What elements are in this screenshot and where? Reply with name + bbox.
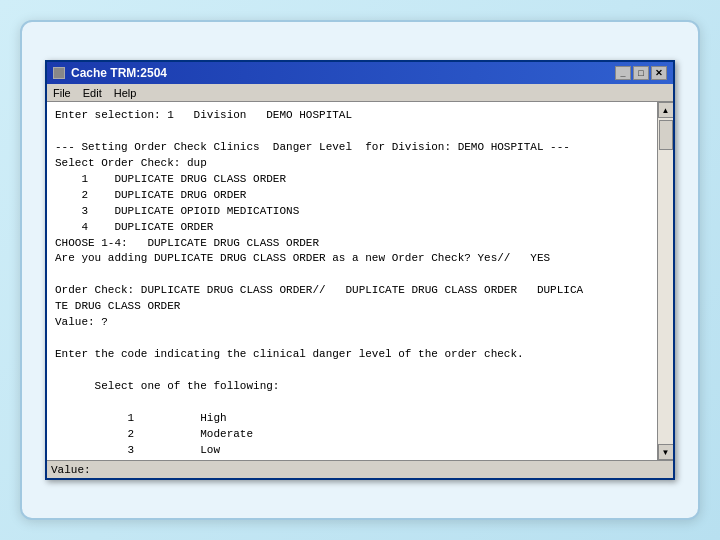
minimize-button[interactable]: _ — [615, 66, 631, 80]
menu-help[interactable]: Help — [114, 87, 137, 99]
status-text: Value: — [51, 464, 91, 476]
close-button[interactable]: ✕ — [651, 66, 667, 80]
title-buttons: _ □ ✕ — [615, 66, 667, 80]
menu-edit[interactable]: Edit — [83, 87, 102, 99]
terminal-area: Enter selection: 1 Division DEMO HOSPITA… — [47, 102, 673, 460]
window-icon — [53, 67, 65, 79]
menu-bar: File Edit Help — [47, 84, 673, 102]
maximize-button[interactable]: □ — [633, 66, 649, 80]
window: Cache TRM:2504 _ □ ✕ File Edit Help Ente… — [45, 60, 675, 480]
scroll-track — [658, 118, 673, 444]
menu-file[interactable]: File — [53, 87, 71, 99]
scroll-up-button[interactable]: ▲ — [658, 102, 674, 118]
scroll-thumb[interactable] — [659, 120, 673, 150]
status-bar: Value: — [47, 460, 673, 478]
terminal-content[interactable]: Enter selection: 1 Division DEMO HOSPITA… — [47, 102, 657, 460]
title-bar-left: Cache TRM:2504 — [53, 66, 167, 80]
scroll-down-button[interactable]: ▼ — [658, 444, 674, 460]
title-bar: Cache TRM:2504 _ □ ✕ — [47, 62, 673, 84]
window-title: Cache TRM:2504 — [71, 66, 167, 80]
outer-card: Cache TRM:2504 _ □ ✕ File Edit Help Ente… — [20, 20, 700, 520]
scrollbar[interactable]: ▲ ▼ — [657, 102, 673, 460]
